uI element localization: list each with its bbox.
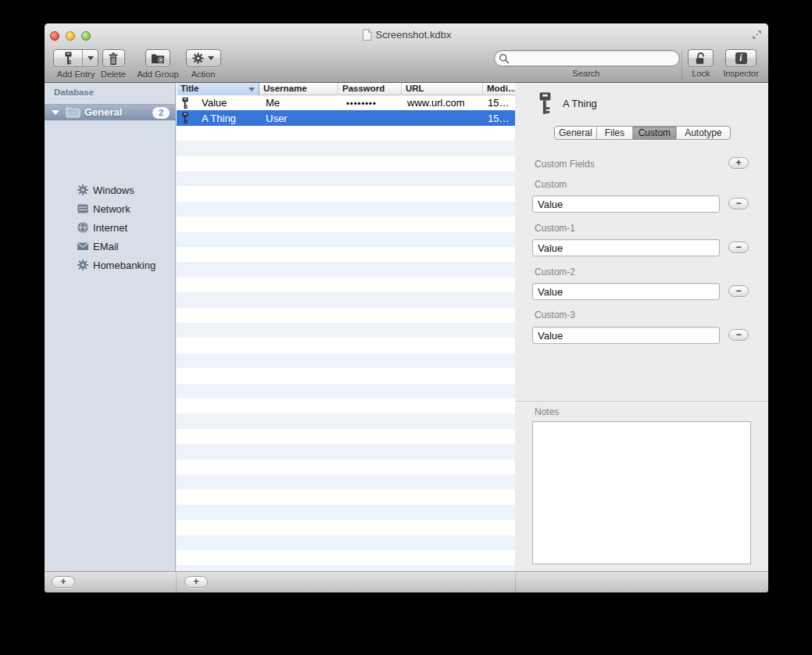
gear-icon (77, 184, 89, 196)
entry-title: A Thing (202, 113, 236, 124)
disclosure-triangle-icon[interactable] (52, 110, 59, 115)
sidebar-item-internet[interactable]: Internet (45, 220, 176, 235)
entry-list: Title Username Password URL Modi… (177, 83, 515, 571)
entry-url (402, 110, 483, 125)
custom-field-input[interactable] (532, 327, 720, 344)
field-label: Custom-2 (535, 267, 575, 277)
sidebar-section-header: Database (54, 88, 94, 97)
sidebar: Database General 2 (45, 83, 176, 571)
entry-password: •••••••• (338, 95, 402, 110)
remove-custom-field-button[interactable]: − (728, 242, 749, 253)
key-icon (181, 97, 189, 109)
sidebar-item-label: Network (93, 203, 131, 215)
action-button[interactable] (186, 49, 221, 67)
globe-icon (77, 221, 89, 234)
notes-separator (516, 401, 768, 403)
inspector-button[interactable]: i (725, 49, 757, 67)
column-header-title[interactable]: Title (177, 83, 259, 95)
tab-custom[interactable]: Custom (633, 127, 677, 139)
sidebar-item-windows[interactable]: Windows (45, 182, 176, 198)
window-title: Screenshot.kdbx (376, 29, 452, 41)
remove-custom-field-button[interactable]: − (728, 198, 749, 209)
entry-url: www.url.com (402, 95, 483, 110)
notes-textarea[interactable] (532, 421, 751, 564)
bottom-bar-divider (176, 572, 177, 592)
key-icon (181, 112, 189, 124)
lock-button[interactable] (688, 49, 714, 67)
entry-title: Value (202, 97, 227, 109)
sidebar-item-label: Homebanking (93, 259, 156, 271)
envelope-icon (77, 240, 89, 252)
entry-count-badge: 2 (152, 107, 170, 119)
search-input[interactable] (494, 50, 680, 66)
tab-general[interactable]: General (555, 127, 597, 139)
info-icon: i (735, 52, 747, 64)
column-header-username[interactable]: Username (259, 83, 338, 95)
window-title-area: Screenshot.kdbx (45, 29, 768, 41)
sidebar-item-homebanking[interactable]: Homebanking (45, 257, 176, 273)
server-icon (77, 202, 89, 215)
sidebar-item-email[interactable]: EMail (45, 238, 176, 254)
add-group-group: Add Group (134, 49, 182, 79)
inspector-entry-title: A Thing (563, 98, 597, 109)
add-group-footer-button[interactable]: + (52, 576, 75, 588)
tab-autotype[interactable]: Autotype (677, 127, 730, 139)
add-entry-button[interactable] (53, 49, 98, 67)
column-header-url[interactable]: URL (402, 83, 483, 95)
fullscreen-icon[interactable] (750, 28, 764, 41)
search-icon (499, 53, 510, 64)
action-group: Action (184, 49, 223, 79)
field-label: Custom (535, 179, 567, 190)
remove-custom-field-button[interactable]: − (728, 285, 749, 297)
sort-descending-icon (249, 88, 255, 91)
delete-label: Delete (101, 70, 126, 79)
field-label: Custom-1 (535, 223, 575, 234)
tab-files[interactable]: Files (597, 127, 634, 139)
inspector-label: Inspector (713, 69, 768, 78)
table-row-selected[interactable]: A Thing User 15… (177, 110, 515, 125)
delete-button[interactable] (102, 49, 125, 67)
column-header-password[interactable]: Password (338, 83, 402, 95)
sidebar-group-general[interactable]: General 2 (45, 104, 176, 120)
document-icon (362, 29, 372, 41)
trash-icon (108, 52, 119, 65)
sidebar-item-network[interactable]: Network (45, 201, 176, 217)
custom-fields-header: Custom Fields (535, 159, 595, 170)
action-label: Action (191, 70, 216, 79)
inspector-tabs: General Files Custom Autotype (554, 126, 731, 140)
column-header-modified[interactable]: Modi… (483, 83, 515, 95)
chevron-down-icon (88, 56, 94, 60)
gear-icon (192, 52, 204, 64)
entry-modified: 15… (483, 95, 515, 110)
add-group-label: Add Group (137, 70, 178, 79)
desktop: Screenshot.kdbx (0, 0, 812, 655)
window-chrome: Screenshot.kdbx (45, 23, 768, 83)
entry-modified: 15… (483, 110, 515, 125)
add-custom-field-button[interactable]: + (728, 157, 749, 169)
unlock-icon (695, 52, 706, 65)
delete-group: Delete (95, 49, 132, 79)
field-label: Custom-3 (535, 310, 575, 320)
bottom-bar-divider (515, 572, 516, 592)
key-icon (538, 91, 553, 116)
add-entry-label: Add Entry (57, 70, 95, 79)
sidebar-item-label: Windows (93, 184, 134, 196)
remove-custom-field-button[interactable]: − (728, 329, 749, 341)
custom-field-input[interactable] (532, 239, 720, 256)
notes-label: Notes (535, 406, 559, 417)
inspector-panel: A Thing General Files Custom Autotype Cu… (516, 83, 768, 571)
list-body[interactable]: Value Me •••••••• www.url.com 15… (177, 95, 515, 571)
add-entry-group: Add Entry (51, 49, 101, 79)
add-entry-footer-button[interactable]: + (184, 576, 208, 588)
list-header: Title Username Password URL Modi… (177, 83, 515, 95)
custom-field-input[interactable] (532, 195, 720, 213)
table-row[interactable]: Value Me •••••••• www.url.com 15… (177, 95, 515, 110)
custom-field-input[interactable] (532, 283, 720, 300)
chevron-down-icon (208, 56, 214, 60)
sidebar-item-label: Internet (93, 222, 127, 234)
add-group-button[interactable] (145, 49, 170, 67)
folder-icon (66, 106, 80, 118)
bottom-bar: + + (45, 571, 768, 592)
sidebar-group-label: General (84, 106, 122, 118)
gear-icon (77, 259, 89, 271)
